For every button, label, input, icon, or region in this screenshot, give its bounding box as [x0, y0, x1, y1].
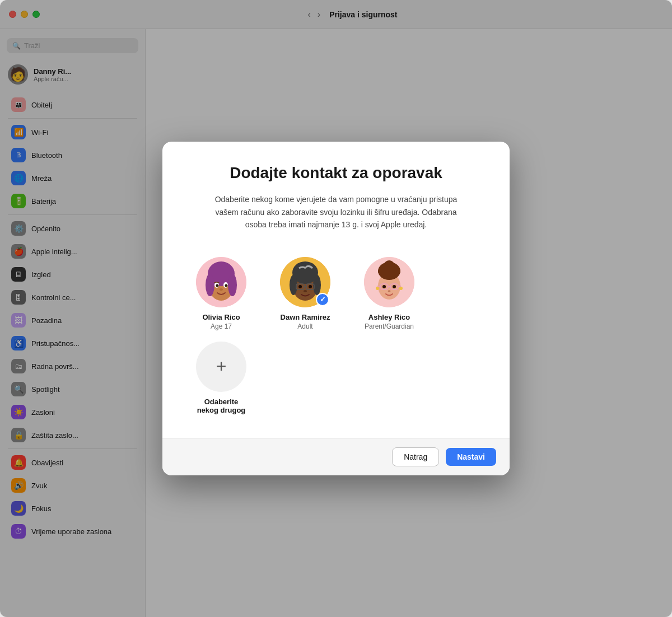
- contact-ashley[interactable]: Ashley Rico Parent/Guardian: [353, 257, 426, 330]
- modal-footer: Natrag Nastavi: [162, 438, 510, 475]
- modal-title: Dodajte kontakt za oporavak: [185, 164, 487, 182]
- svg-line-29: [377, 286, 380, 287]
- plus-icon: +: [216, 356, 227, 377]
- ashley-name: Ashley Rico: [368, 313, 410, 321]
- svg-line-30: [398, 286, 401, 287]
- svg-point-35: [388, 290, 391, 292]
- dawn-avatar-wrapper: ✓: [280, 257, 330, 307]
- contact-add-other[interactable]: + Odaberite nekog drugog: [185, 342, 258, 415]
- svg-point-25: [384, 260, 395, 272]
- ashley-avatar: [364, 257, 414, 307]
- olivia-avatar-wrapper: [196, 257, 246, 307]
- add-other-label: Odaberite nekog drugog: [197, 398, 246, 414]
- ashley-role: Parent/Guardian: [365, 322, 414, 330]
- svg-point-7: [216, 284, 219, 287]
- back-button[interactable]: Natrag: [392, 447, 439, 466]
- svg-point-4: [228, 274, 237, 296]
- svg-point-31: [382, 285, 386, 288]
- ashley-avatar-wrapper: [364, 257, 414, 307]
- svg-point-32: [393, 285, 396, 288]
- dawn-selected-badge: ✓: [316, 293, 329, 306]
- olivia-avatar: [196, 257, 246, 307]
- modal-overlay: Dodajte kontakt za oporavak Odaberite ne…: [0, 0, 672, 617]
- olivia-name: Olivia Rico: [202, 313, 240, 321]
- svg-point-19: [309, 285, 312, 288]
- contact-olivia[interactable]: Olivia Rico Age 17: [185, 257, 258, 330]
- svg-point-33: [376, 287, 379, 290]
- modal-body: Dodajte kontakt za oporavak Odaberite ne…: [162, 142, 510, 437]
- dawn-role: Adult: [297, 322, 312, 330]
- svg-point-34: [399, 287, 403, 290]
- svg-point-9: [220, 288, 223, 291]
- modal-description: Odaberite nekog kome vjerujete da vam po…: [207, 193, 465, 231]
- continue-button[interactable]: Nastavi: [446, 448, 496, 466]
- olivia-role: Age 17: [211, 322, 232, 330]
- svg-point-3: [206, 274, 214, 296]
- main-window: ‹ › Prijava i sigurnost 🔍 Traži 🧑 Danny …: [0, 0, 672, 617]
- add-other-button[interactable]: +: [196, 342, 246, 392]
- modal-dialog: Dodajte kontakt za oporavak Odaberite ne…: [162, 142, 510, 475]
- contact-dawn[interactable]: ✓ Dawn Ramirez Adult: [269, 257, 342, 330]
- svg-point-8: [225, 284, 228, 287]
- svg-point-18: [298, 285, 302, 288]
- svg-point-20: [304, 290, 307, 292]
- contacts-grid: Olivia Rico Age 17: [185, 251, 487, 421]
- dawn-name: Dawn Ramirez: [281, 313, 330, 321]
